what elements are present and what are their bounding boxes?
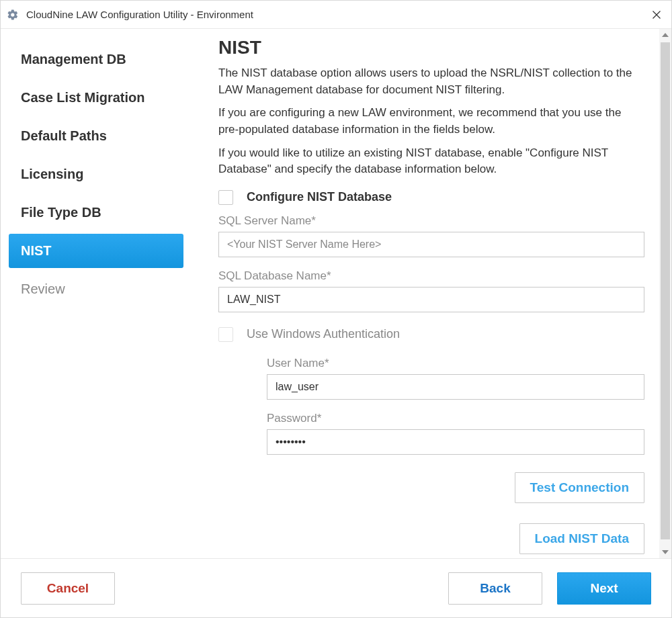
configure-nist-checkbox-label: Configure NIST Database bbox=[247, 190, 392, 204]
description-paragraph: If you are configuring a new LAW environ… bbox=[218, 105, 644, 138]
titlebar: CloudNine LAW Configuration Utility - En… bbox=[1, 1, 671, 29]
test-connection-button[interactable]: Test Connection bbox=[515, 472, 644, 503]
footer: Cancel Back Next bbox=[1, 558, 671, 617]
username-label: User Name* bbox=[267, 357, 644, 370]
page-title: NIST bbox=[218, 37, 644, 58]
sidebar-item-management-db[interactable]: Management DB bbox=[9, 42, 183, 77]
sidebar-item-case-list-migration[interactable]: Case List Migration bbox=[9, 81, 183, 115]
main-content: NIST The NIST database option allows use… bbox=[192, 29, 671, 558]
test-connection-row: Test Connection bbox=[218, 472, 644, 503]
configure-nist-checkbox-row: Configure NIST Database bbox=[218, 190, 644, 205]
password-label: Password* bbox=[267, 412, 644, 425]
window-body: Management DB Case List Migration Defaul… bbox=[1, 29, 671, 558]
password-input[interactable] bbox=[267, 429, 644, 455]
cancel-button[interactable]: Cancel bbox=[21, 572, 115, 605]
sidebar-item-default-paths[interactable]: Default Paths bbox=[9, 119, 183, 153]
scroll-up-arrow-icon[interactable] bbox=[659, 29, 671, 41]
windows-auth-checkbox-label: Use Windows Authentication bbox=[247, 327, 400, 341]
username-field: User Name* bbox=[267, 357, 644, 400]
vertical-scrollbar[interactable] bbox=[659, 29, 671, 558]
sidebar-item-review: Review bbox=[9, 272, 183, 306]
sql-server-name-label: SQL Server Name* bbox=[218, 214, 644, 228]
configure-nist-checkbox[interactable] bbox=[218, 190, 233, 205]
sidebar-item-nist[interactable]: NIST bbox=[9, 234, 183, 268]
sql-database-name-label: SQL Database Name* bbox=[218, 269, 644, 283]
sidebar: Management DB Case List Migration Defaul… bbox=[1, 29, 192, 558]
window-title: CloudNine LAW Configuration Utility - En… bbox=[26, 9, 642, 20]
sidebar-item-licensing[interactable]: Licensing bbox=[9, 157, 183, 191]
sql-server-name-field: SQL Server Name* bbox=[218, 214, 644, 257]
load-nist-data-button[interactable]: Load NIST Data bbox=[519, 523, 644, 554]
windows-auth-checkbox-row: Use Windows Authentication bbox=[218, 327, 644, 342]
load-nist-data-row: Load NIST Data bbox=[218, 523, 644, 554]
back-button[interactable]: Back bbox=[448, 572, 542, 605]
sql-server-name-input[interactable] bbox=[218, 232, 644, 257]
username-input[interactable] bbox=[267, 374, 644, 400]
scroll-down-arrow-icon[interactable] bbox=[659, 546, 671, 558]
sql-database-name-field: SQL Database Name* bbox=[218, 269, 644, 312]
close-button[interactable] bbox=[642, 1, 671, 29]
close-icon bbox=[653, 11, 661, 19]
gear-icon bbox=[6, 8, 19, 21]
scroll-thumb[interactable] bbox=[661, 42, 670, 539]
password-field: Password* bbox=[267, 412, 644, 455]
sidebar-item-file-type-db[interactable]: File Type DB bbox=[9, 195, 183, 230]
sql-database-name-input[interactable] bbox=[218, 287, 644, 312]
description-paragraph: The NIST database option allows users to… bbox=[218, 65, 644, 98]
description-paragraph: If you would like to utilize an existing… bbox=[218, 145, 644, 178]
app-window: CloudNine LAW Configuration Utility - En… bbox=[0, 0, 672, 618]
windows-auth-checkbox bbox=[218, 327, 233, 342]
next-button[interactable]: Next bbox=[557, 572, 651, 605]
